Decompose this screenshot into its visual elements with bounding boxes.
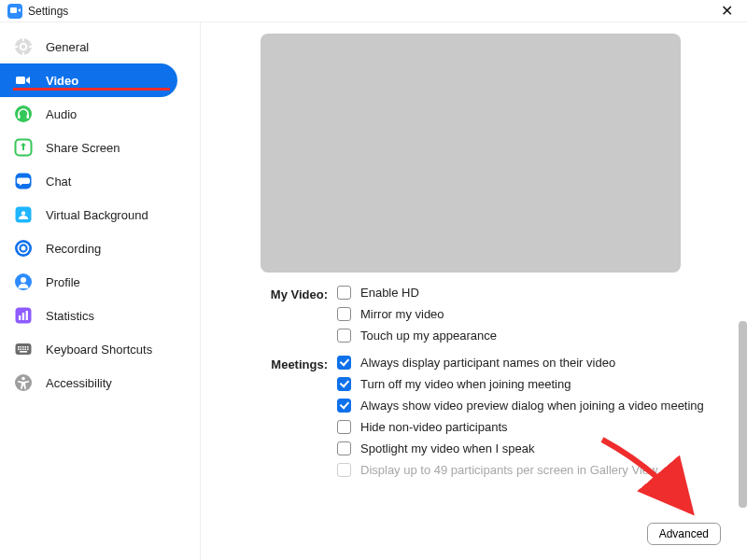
svg-rect-33 bbox=[27, 349, 29, 351]
option-label: Spotlight my video when I speak bbox=[360, 441, 534, 455]
gear-icon bbox=[13, 36, 34, 57]
checkbox-enable-hd[interactable] bbox=[337, 286, 351, 300]
sidebar-item-keyboard-shortcuts[interactable]: Keyboard Shortcuts bbox=[0, 332, 200, 366]
sidebar-item-statistics[interactable]: Statistics bbox=[0, 299, 200, 332]
statistics-icon bbox=[13, 305, 34, 326]
svg-rect-32 bbox=[25, 349, 27, 351]
video-settings-panel: My Video: Enable HD Mirror my video Touc… bbox=[201, 22, 747, 560]
checkbox-spotlight[interactable] bbox=[337, 441, 351, 455]
svg-rect-34 bbox=[20, 351, 27, 353]
option-label: Hide non-video participants bbox=[360, 420, 508, 434]
option-label: Enable HD bbox=[360, 286, 419, 300]
option-gallery-49: Display up to 49 participants per screen… bbox=[337, 463, 704, 477]
option-hide-nonvideo[interactable]: Hide non-video participants bbox=[337, 420, 704, 434]
sidebar-item-recording[interactable]: Recording bbox=[0, 231, 200, 265]
headphones-icon bbox=[13, 104, 34, 124]
keyboard-icon bbox=[13, 339, 34, 359]
sidebar-item-label: Virtual Background bbox=[46, 208, 148, 222]
svg-rect-25 bbox=[21, 346, 22, 348]
record-icon bbox=[13, 238, 34, 259]
svg-rect-6 bbox=[16, 77, 25, 84]
svg-rect-30 bbox=[21, 349, 22, 351]
option-touch-up[interactable]: Touch up my appearance bbox=[337, 329, 497, 343]
svg-rect-26 bbox=[22, 346, 24, 348]
svg-point-7 bbox=[15, 105, 32, 122]
checkbox-hide-nonvideo[interactable] bbox=[337, 420, 351, 434]
accessibility-icon bbox=[13, 372, 34, 393]
svg-rect-31 bbox=[22, 349, 24, 351]
checkbox-display-names[interactable] bbox=[337, 356, 351, 370]
sidebar-item-accessibility[interactable]: Accessibility bbox=[0, 366, 200, 399]
sidebar-item-label: Chat bbox=[46, 175, 71, 189]
sidebar-item-profile[interactable]: Profile bbox=[0, 265, 200, 299]
sidebar-item-video[interactable]: Video bbox=[0, 63, 177, 97]
option-enable-hd[interactable]: Enable HD bbox=[337, 286, 497, 300]
sidebar-item-label: Statistics bbox=[46, 309, 94, 323]
option-turn-off-join[interactable]: Turn off my video when joining meeting bbox=[337, 377, 704, 391]
svg-rect-21 bbox=[22, 313, 24, 320]
sidebar-item-general[interactable]: General bbox=[0, 30, 200, 63]
video-camera-icon bbox=[13, 70, 34, 91]
checkbox-mirror-video[interactable] bbox=[337, 307, 351, 321]
svg-rect-9 bbox=[26, 115, 29, 119]
sidebar-item-audio[interactable]: Audio bbox=[0, 97, 200, 131]
scrollbar-thumb[interactable] bbox=[739, 321, 747, 508]
option-label: Turn off my video when joining meeting bbox=[360, 377, 571, 391]
close-button[interactable]: ✕ bbox=[713, 2, 740, 21]
sidebar-item-label: Keyboard Shortcuts bbox=[46, 343, 152, 357]
svg-rect-28 bbox=[27, 346, 29, 348]
option-label: Always show video preview dialog when jo… bbox=[360, 399, 704, 413]
camera-preview bbox=[261, 34, 681, 273]
svg-rect-20 bbox=[19, 315, 21, 320]
sidebar-item-label: Profile bbox=[46, 275, 80, 289]
sidebar-item-share-screen[interactable]: Share Screen bbox=[0, 131, 200, 164]
option-preview-dialog[interactable]: Always show video preview dialog when jo… bbox=[337, 399, 704, 413]
svg-rect-29 bbox=[18, 349, 20, 351]
svg-point-18 bbox=[21, 277, 26, 283]
section-meetings: Meetings: Always display participant nam… bbox=[261, 356, 710, 484]
sidebar-item-virtual-background[interactable]: Virtual Background bbox=[0, 198, 200, 231]
sidebar-item-label: Audio bbox=[46, 107, 77, 121]
option-label: Always display participant names on thei… bbox=[360, 356, 615, 370]
main-area: General Video Audio Share Screen Chat bbox=[0, 22, 747, 560]
svg-point-16 bbox=[21, 246, 26, 251]
svg-rect-22 bbox=[26, 311, 28, 320]
virtual-background-icon bbox=[13, 204, 34, 225]
sidebar-item-label: General bbox=[46, 40, 89, 54]
option-display-names[interactable]: Always display participant names on thei… bbox=[337, 356, 704, 370]
app-logo-icon bbox=[7, 4, 22, 19]
svg-rect-27 bbox=[25, 346, 27, 348]
window-title: Settings bbox=[28, 5, 68, 18]
checkbox-preview-dialog[interactable] bbox=[337, 399, 351, 413]
section-my-video: My Video: Enable HD Mirror my video Touc… bbox=[261, 286, 710, 350]
option-label: Mirror my video bbox=[360, 307, 444, 321]
option-label: Display up to 49 participants per screen… bbox=[360, 463, 657, 477]
title-bar: Settings ✕ bbox=[0, 0, 747, 22]
chat-bubble-icon bbox=[13, 171, 34, 191]
sidebar-item-label: Accessibility bbox=[46, 376, 112, 390]
svg-rect-8 bbox=[18, 115, 21, 119]
option-spotlight[interactable]: Spotlight my video when I speak bbox=[337, 441, 704, 455]
content-scrollbar[interactable] bbox=[739, 321, 747, 545]
svg-point-36 bbox=[21, 377, 25, 381]
section-label-my-video: My Video: bbox=[261, 286, 337, 350]
svg-point-13 bbox=[21, 211, 25, 215]
settings-sidebar: General Video Audio Share Screen Chat bbox=[0, 22, 201, 560]
checkbox-touch-up[interactable] bbox=[337, 329, 351, 343]
svg-rect-24 bbox=[18, 346, 20, 348]
profile-icon bbox=[13, 272, 34, 292]
sidebar-item-chat[interactable]: Chat bbox=[0, 164, 200, 198]
checkbox-turn-off-join[interactable] bbox=[337, 377, 351, 391]
advanced-button[interactable]: Advanced bbox=[647, 523, 721, 545]
share-screen-icon bbox=[13, 137, 34, 158]
sidebar-item-label: Recording bbox=[46, 242, 101, 256]
option-label: Touch up my appearance bbox=[360, 329, 497, 343]
checkbox-gallery-49 bbox=[337, 463, 351, 477]
sidebar-item-label: Video bbox=[46, 74, 78, 88]
sidebar-item-label: Share Screen bbox=[46, 141, 120, 155]
option-mirror-video[interactable]: Mirror my video bbox=[337, 307, 497, 321]
section-label-meetings: Meetings: bbox=[261, 356, 337, 484]
